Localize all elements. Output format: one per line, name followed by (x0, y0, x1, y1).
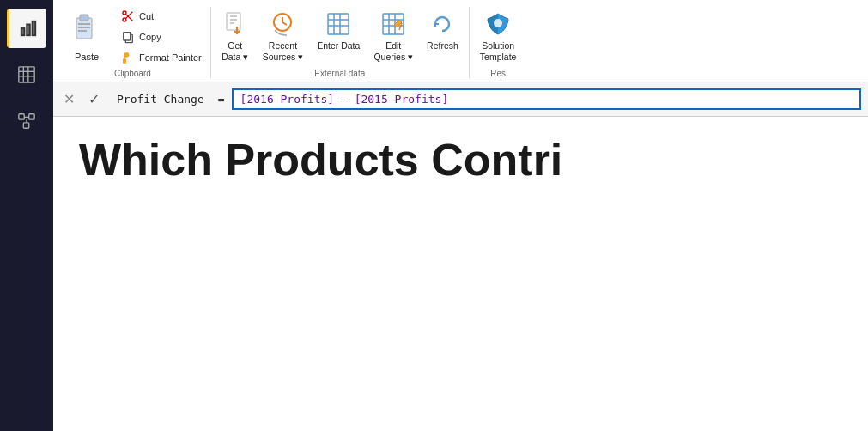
paste-icon (67, 10, 106, 50)
svg-point-18 (123, 11, 126, 15)
model-icon (17, 112, 36, 131)
clipboard-label: Clipboard (60, 67, 205, 78)
formula-confirm-button[interactable]: ✓ (85, 91, 103, 107)
copy-icon (120, 29, 136, 45)
formula-operator: - (334, 93, 354, 106)
get-data-button[interactable]: GetData ▾ (216, 7, 254, 65)
content-title: Which Products Contri (79, 134, 842, 185)
ribbon: Paste (53, 0, 868, 82)
svg-rect-15 (78, 23, 90, 25)
cut-label: Cut (139, 11, 154, 21)
svg-rect-23 (124, 33, 131, 40)
formula-expression-box[interactable]: [2016 Profits] - [2015 Profits] (232, 88, 861, 110)
res-label: Res (475, 67, 522, 78)
clipboard-group-buttons: Paste (60, 7, 205, 67)
enter-data-icon (325, 10, 352, 38)
cut-button[interactable]: Cut (117, 7, 205, 26)
svg-rect-14 (80, 15, 88, 21)
svg-rect-1 (27, 24, 30, 35)
chart-bar-icon (19, 19, 38, 38)
svg-rect-3 (19, 67, 34, 82)
edit-queries-button[interactable]: EditQueries ▾ (368, 7, 418, 65)
svg-point-19 (123, 18, 126, 21)
refresh-label: Refresh (427, 40, 458, 52)
svg-rect-0 (21, 28, 24, 35)
svg-rect-9 (29, 114, 34, 119)
solution-template-group: SolutionTemplate Res (475, 7, 522, 78)
svg-rect-24 (123, 58, 126, 63)
svg-rect-8 (19, 114, 24, 119)
formula-field-name: Profit Change (110, 93, 211, 106)
paste-button[interactable]: Paste (60, 7, 113, 65)
sidebar (0, 0, 53, 431)
svg-rect-28 (230, 19, 237, 21)
edit-queries-label: EditQueries ▾ (373, 40, 413, 62)
divider-1 (210, 7, 211, 78)
formula-cancel-button[interactable]: ✕ (60, 91, 78, 107)
formula-equals: = (218, 93, 225, 106)
recent-sources-icon (269, 10, 296, 38)
scissors-icon (120, 9, 136, 24)
ribbon-row: Paste (53, 3, 868, 82)
enter-data-button[interactable]: Enter Data (312, 7, 365, 55)
paste-label: Paste (75, 52, 99, 62)
clipboard-small-btns: Cut Copy (117, 7, 205, 67)
sidebar-item-data[interactable] (7, 55, 46, 94)
table-icon (17, 65, 36, 84)
clipboard-group-wrapper: Paste (60, 7, 205, 78)
external-data-label: External data (216, 67, 464, 78)
solution-template-button[interactable]: SolutionTemplate (475, 7, 522, 65)
solution-template-label: SolutionTemplate (480, 40, 517, 62)
svg-rect-16 (78, 27, 90, 28)
svg-rect-17 (78, 30, 87, 32)
external-data-group-wrapper: GetData ▾ RecentSources ▾ (216, 7, 464, 78)
content-area: Which Products Contri (53, 117, 868, 431)
edit-queries-icon (379, 10, 407, 38)
sidebar-item-model[interactable] (7, 101, 46, 141)
copy-button[interactable]: Copy (117, 27, 205, 46)
svg-rect-2 (32, 21, 35, 36)
get-data-label: GetData ▾ (222, 40, 248, 62)
solution-template-icon (484, 10, 512, 38)
svg-point-44 (494, 19, 502, 27)
formula-part1: [2016 Profits] (240, 93, 335, 106)
refresh-icon (428, 10, 456, 38)
main-area: Paste (53, 0, 868, 431)
refresh-button[interactable]: Refresh (422, 7, 464, 55)
divider-2 (469, 7, 470, 78)
svg-rect-29 (230, 22, 234, 24)
format-painter-button[interactable]: Format Painter (117, 48, 205, 67)
copy-label: Copy (139, 32, 161, 42)
sidebar-item-report[interactable] (7, 9, 46, 48)
format-painter-label: Format Painter (139, 52, 202, 63)
svg-rect-27 (230, 15, 237, 17)
enter-data-label: Enter Data (317, 40, 360, 52)
svg-rect-33 (328, 14, 349, 34)
svg-line-32 (282, 22, 287, 25)
format-painter-icon (120, 50, 136, 65)
recent-sources-label: RecentSources ▾ (263, 40, 303, 62)
svg-rect-10 (23, 123, 28, 128)
recent-sources-button[interactable]: RecentSources ▾ (258, 7, 308, 65)
solution-template-buttons: SolutionTemplate (475, 7, 522, 67)
formula-part2: [2015 Profits] (355, 93, 449, 106)
formula-bar: ✕ ✓ Profit Change = [2016 Profits] - [20… (53, 82, 868, 117)
get-data-icon (222, 10, 249, 38)
external-data-buttons: GetData ▾ RecentSources ▾ (216, 7, 464, 67)
